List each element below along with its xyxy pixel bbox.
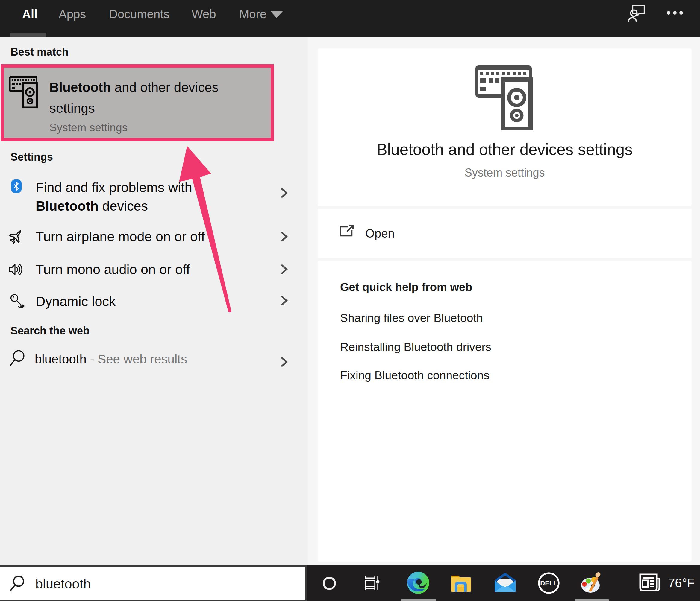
svg-text:DELL: DELL: [540, 579, 557, 587]
